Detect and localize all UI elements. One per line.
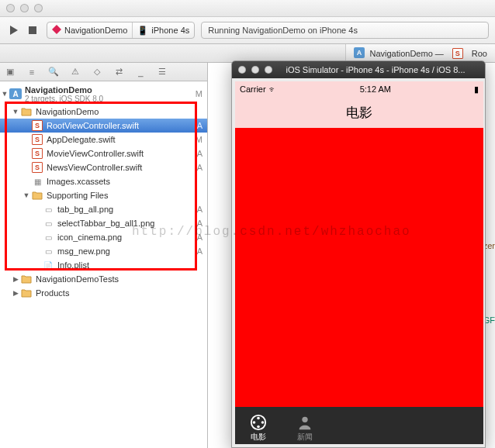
tree-row[interactable]: ▼Supporting Files bbox=[0, 188, 207, 202]
disclosure-triangle[interactable]: ▶ bbox=[11, 289, 20, 297]
tree-row-label: tab_bg_all.png bbox=[57, 205, 192, 214]
svg-point-5 bbox=[257, 417, 260, 420]
minimize-dot[interactable] bbox=[20, 4, 29, 12]
target-icon bbox=[52, 25, 61, 36]
navigator-selector[interactable]: ▣ ≡ 🔍 ⚠ ◇ ⇄ ⎯ ☰ bbox=[0, 63, 207, 81]
tree-row[interactable]: ▶Products bbox=[0, 286, 207, 300]
tree-row-label: AppDelegate.swift bbox=[47, 135, 192, 144]
sim-zoom-dot[interactable] bbox=[265, 66, 272, 74]
nav-report-icon[interactable]: ☰ bbox=[157, 67, 168, 77]
svg-marker-0 bbox=[10, 26, 18, 35]
swift-file-icon bbox=[31, 120, 43, 131]
tree-row[interactable]: ▭msg_new.pngA bbox=[0, 244, 207, 258]
disclosure-triangle[interactable]: ▼ bbox=[11, 108, 20, 115]
traffic-lights bbox=[6, 4, 43, 12]
nav-test-icon[interactable]: ◇ bbox=[92, 67, 102, 77]
simulator-title-label: iOS Simulator - iPhone 4s - iPhone 4s / … bbox=[272, 65, 479, 74]
swift-file-icon bbox=[31, 162, 43, 173]
tree-row[interactable]: NewsViewController.swiftA bbox=[0, 160, 207, 174]
main-toolbar: NavigationDemo 📱 iPhone 4s Running Navig… bbox=[0, 17, 495, 44]
activity-status: Running NavigationDemo on iPhone 4s bbox=[201, 22, 489, 39]
tree-row[interactable]: ▶NavigationDemoTests bbox=[0, 272, 207, 286]
tree-row-label: Supporting Files bbox=[47, 191, 192, 200]
tab-movie-label: 电影 bbox=[251, 432, 266, 443]
simulator-screen[interactable]: Carrier ᯤ 5:12 AM ▮ 电影 电影 新闻 bbox=[235, 81, 483, 444]
folder-icon bbox=[31, 190, 43, 201]
tree-row[interactable]: RootViewController.swiftA bbox=[0, 119, 207, 133]
simulator-titlebar[interactable]: iOS Simulator - iPhone 4s - iPhone 4s / … bbox=[232, 61, 485, 78]
tree-row-label: Images.xcassets bbox=[47, 177, 192, 186]
tree-row-label: msg_new.png bbox=[57, 246, 192, 256]
swift-file-icon bbox=[452, 48, 467, 59]
nav-breakpoint-icon[interactable]: ⎯ bbox=[135, 67, 146, 77]
nav-project-icon[interactable]: ▣ bbox=[5, 67, 16, 77]
scheme-selector[interactable]: NavigationDemo 📱 iPhone 4s bbox=[47, 22, 195, 39]
sim-min-dot[interactable] bbox=[251, 66, 259, 74]
scm-status: A bbox=[192, 246, 202, 256]
tree-row-label: NavigationDemo bbox=[36, 107, 192, 116]
close-dot[interactable] bbox=[6, 4, 15, 12]
tree-row[interactable]: MovieViewController.swiftA bbox=[0, 146, 207, 160]
folder-icon bbox=[20, 288, 33, 298]
swift-file-icon bbox=[31, 148, 43, 159]
tree-row[interactable]: ▦Images.xcassets bbox=[0, 174, 207, 188]
file-tab[interactable]: A NavigationDemo — Roo bbox=[345, 44, 495, 62]
nav-search-icon[interactable]: 🔍 bbox=[48, 67, 59, 77]
image-file-icon: ▭ bbox=[42, 232, 54, 243]
folder-icon bbox=[20, 274, 33, 284]
svg-point-6 bbox=[261, 421, 265, 424]
sim-close-dot[interactable] bbox=[238, 66, 246, 74]
navigation-bar: 电影 bbox=[235, 97, 483, 128]
stop-button[interactable] bbox=[25, 22, 40, 38]
tree-row[interactable]: 📄Info.plist bbox=[0, 258, 207, 272]
nav-issue-icon[interactable]: ⚠ bbox=[70, 67, 81, 77]
tree-row[interactable]: ▭icon_cinema.pngA bbox=[0, 230, 207, 244]
tree-row[interactable]: ▭tab_bg_all.pngA bbox=[0, 202, 207, 216]
tree-row[interactable]: ▼NavigationDemo bbox=[0, 105, 207, 119]
tree-row-label: NavigationDemoTests bbox=[36, 274, 192, 284]
tree-row-label: MovieViewController.swift bbox=[47, 149, 192, 158]
wifi-icon: ᯤ bbox=[268, 84, 277, 94]
tree-row[interactable]: ▭selectTabbar_bg_all1.pngA bbox=[0, 216, 207, 230]
scm-status: A bbox=[192, 149, 202, 158]
content-view[interactable] bbox=[235, 128, 483, 407]
tab-bar[interactable]: 电影 新闻 bbox=[235, 407, 483, 444]
tree-row-label: NewsViewController.swift bbox=[47, 163, 192, 172]
tree-row-label: RootViewController.swift bbox=[47, 121, 192, 130]
scm-status: M bbox=[192, 135, 202, 144]
file-tab-label: NavigationDemo — bbox=[369, 49, 443, 58]
file-tab-suffix: Roo bbox=[472, 49, 487, 58]
scm-status: A bbox=[192, 121, 202, 130]
status-time: 5:12 AM bbox=[360, 84, 391, 94]
project-navigator: ▣ ≡ 🔍 ⚠ ◇ ⇄ ⎯ ☰ ▼ A NavigationDemo 2 tar… bbox=[0, 63, 208, 448]
project-tree[interactable]: ▼ A NavigationDemo 2 targets, iOS SDK 8.… bbox=[0, 81, 207, 448]
image-file-icon: ▭ bbox=[42, 246, 54, 257]
disclosure-triangle[interactable]: ▼ bbox=[22, 191, 31, 199]
battery-icon: ▮ bbox=[474, 84, 479, 95]
person-icon bbox=[296, 414, 313, 431]
assets-icon: ▦ bbox=[31, 176, 43, 187]
tree-row[interactable]: AppDelegate.swiftM bbox=[0, 133, 207, 146]
scm-status: A bbox=[192, 163, 202, 172]
scm-status: A bbox=[192, 205, 202, 214]
tab-movie[interactable]: 电影 bbox=[235, 414, 282, 444]
tab-news[interactable]: 新闻 bbox=[282, 414, 328, 444]
tree-project-root[interactable]: ▼ A NavigationDemo 2 targets, iOS SDK 8.… bbox=[0, 83, 207, 105]
scheme-device-label: iPhone 4s bbox=[151, 26, 189, 35]
zoom-dot[interactable] bbox=[34, 4, 43, 12]
tree-row-label: selectTabbar_bg_all1.png bbox=[57, 219, 192, 228]
disclosure-triangle[interactable]: ▶ bbox=[11, 275, 20, 283]
film-reel-icon bbox=[250, 414, 267, 431]
run-button[interactable] bbox=[6, 22, 22, 38]
scm-status: A bbox=[192, 233, 202, 242]
svg-rect-1 bbox=[29, 26, 36, 34]
nav-symbol-icon[interactable]: ≡ bbox=[26, 67, 37, 77]
folder-icon bbox=[20, 106, 33, 117]
ios-simulator-window[interactable]: iOS Simulator - iPhone 4s - iPhone 4s / … bbox=[231, 60, 486, 448]
scheme-target-label: NavigationDemo bbox=[64, 26, 127, 35]
nav-debug-icon[interactable]: ⇄ bbox=[113, 67, 124, 77]
svg-point-7 bbox=[257, 426, 260, 429]
image-file-icon: ▭ bbox=[42, 218, 54, 229]
window-titlebar bbox=[0, 0, 495, 17]
status-bar: Carrier ᯤ 5:12 AM ▮ bbox=[235, 81, 483, 97]
